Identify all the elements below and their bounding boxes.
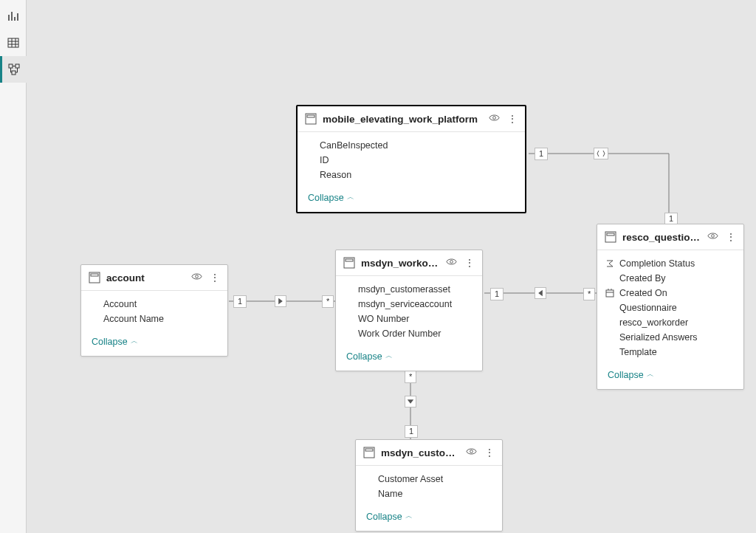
- data-view-button[interactable]: [0, 30, 27, 56]
- svg-rect-0: [8, 38, 18, 47]
- table-mobile-elevating-work-platform[interactable]: mobile_elevating_work_platform ⋮ CanBeIn…: [296, 105, 526, 213]
- more-options-icon[interactable]: ⋮: [507, 114, 518, 124]
- left-nav-rail: [0, 0, 27, 533]
- field-item[interactable]: Account Name: [89, 312, 223, 326]
- svg-point-12: [450, 261, 453, 264]
- cardinality-many: *: [583, 288, 595, 300]
- field-item[interactable]: Customer Asset: [363, 472, 498, 486]
- table-name: mobile_elevating_work_platform: [323, 114, 483, 125]
- filter-direction-icon: [275, 295, 286, 307]
- table-header[interactable]: resco_questionnaire ⋮: [597, 224, 743, 250]
- field-item[interactable]: CanBeInspected: [305, 138, 520, 153]
- table-icon: [89, 272, 100, 283]
- field-item[interactable]: Questionnaire: [605, 300, 739, 315]
- sigma-icon: [605, 258, 615, 269]
- visibility-toggle-icon[interactable]: [466, 446, 477, 459]
- report-view-button[interactable]: [0, 3, 27, 30]
- svg-rect-14: [365, 449, 373, 451]
- table-name: account: [106, 272, 185, 283]
- field-item[interactable]: Name: [363, 486, 498, 501]
- more-options-icon[interactable]: ⋮: [464, 258, 475, 268]
- field-list: CanBeInspected ID Reason: [298, 132, 525, 187]
- table-workorder[interactable]: msdyn_workorder ⋮ msdyn_customerasset ms…: [335, 250, 483, 371]
- table-header[interactable]: msdyn_customerasset ⋮: [356, 440, 502, 466]
- field-item[interactable]: Account: [89, 297, 223, 312]
- cardinality-one: 1: [405, 425, 418, 438]
- chevron-up-icon: ︿: [647, 369, 654, 379]
- filter-direction-icon: [535, 287, 546, 299]
- more-options-icon[interactable]: ⋮: [484, 447, 495, 458]
- field-item[interactable]: Work Order Number: [343, 326, 478, 341]
- svg-rect-3: [12, 71, 16, 75]
- chevron-up-icon: ︿: [405, 511, 413, 521]
- field-item[interactable]: Template: [605, 345, 739, 360]
- table-icon: [305, 113, 317, 125]
- field-item[interactable]: Reason: [305, 168, 520, 182]
- cardinality-one: 1: [535, 148, 548, 160]
- field-item[interactable]: Serialized Answers: [605, 330, 739, 345]
- field-item[interactable]: Created On: [605, 286, 739, 300]
- cardinality-many: *: [322, 295, 334, 308]
- table-account[interactable]: account ⋮ Account Account Name Collapse︿: [80, 264, 228, 357]
- table-questionnaire[interactable]: resco_questionnaire ⋮ Completion Status …: [597, 224, 744, 390]
- filter-direction-icon: [594, 148, 608, 159]
- cardinality-many: *: [405, 371, 416, 383]
- table-icon: [343, 257, 355, 269]
- chevron-up-icon: ︿: [347, 192, 354, 202]
- more-options-icon[interactable]: ⋮: [726, 232, 736, 242]
- cardinality-one: 1: [490, 288, 504, 300]
- field-list: Account Account Name: [81, 291, 227, 331]
- visibility-toggle-icon[interactable]: [191, 271, 202, 284]
- field-item[interactable]: resco_workorder: [605, 315, 739, 330]
- field-list: Completion Status Created By Created On …: [597, 250, 743, 364]
- more-options-icon[interactable]: ⋮: [210, 272, 220, 283]
- field-item[interactable]: Created By: [605, 271, 739, 286]
- svg-point-6: [493, 117, 496, 120]
- calendar-icon: [605, 288, 615, 298]
- chevron-up-icon: ︿: [131, 336, 138, 346]
- table-header[interactable]: mobile_elevating_work_platform ⋮: [298, 106, 525, 132]
- table-customerasset[interactable]: msdyn_customerasset ⋮ Customer Asset Nam…: [355, 439, 503, 532]
- svg-point-15: [470, 450, 473, 453]
- collapse-button[interactable]: Collapse︿: [81, 331, 227, 356]
- svg-rect-1: [9, 64, 13, 68]
- table-name: msdyn_customerasset: [381, 447, 460, 458]
- visibility-toggle-icon[interactable]: [707, 230, 718, 244]
- visibility-toggle-icon[interactable]: [489, 112, 500, 125]
- svg-rect-5: [307, 115, 315, 117]
- visibility-toggle-icon[interactable]: [446, 256, 457, 269]
- collapse-button[interactable]: Collapse︿: [356, 506, 502, 531]
- table-name: msdyn_workorder: [361, 258, 440, 269]
- field-item[interactable]: ID: [305, 153, 520, 168]
- table-icon: [363, 447, 375, 458]
- collapse-button[interactable]: Collapse︿: [336, 345, 482, 371]
- field-item[interactable]: msdyn_serviceaccount: [343, 297, 478, 312]
- svg-rect-8: [91, 274, 98, 276]
- cardinality-one: 1: [233, 295, 247, 308]
- collapse-button[interactable]: Collapse︿: [298, 187, 525, 212]
- svg-rect-11: [346, 259, 353, 261]
- field-item[interactable]: WO Number: [343, 312, 478, 326]
- svg-point-9: [196, 275, 199, 278]
- field-item[interactable]: Completion Status: [605, 256, 739, 271]
- svg-point-18: [712, 235, 715, 238]
- svg-rect-2: [16, 64, 19, 68]
- model-view-button[interactable]: [0, 56, 27, 83]
- table-name: resco_questionnaire: [622, 232, 701, 243]
- collapse-button[interactable]: Collapse︿: [597, 364, 743, 389]
- table-icon: [605, 231, 616, 243]
- field-item[interactable]: msdyn_customerasset: [343, 282, 478, 297]
- field-list: Customer Asset Name: [356, 466, 502, 506]
- svg-rect-19: [606, 290, 614, 297]
- chevron-up-icon: ︿: [385, 351, 393, 361]
- model-canvas[interactable]: 1 1 1 * 1 * * 1 mobile_elevating_work_pl…: [27, 0, 756, 533]
- table-header[interactable]: account ⋮: [81, 265, 227, 291]
- filter-direction-icon: [405, 396, 416, 408]
- svg-rect-17: [607, 233, 614, 235]
- table-header[interactable]: msdyn_workorder ⋮: [336, 250, 482, 276]
- field-list: msdyn_customerasset msdyn_serviceaccount…: [336, 276, 482, 345]
